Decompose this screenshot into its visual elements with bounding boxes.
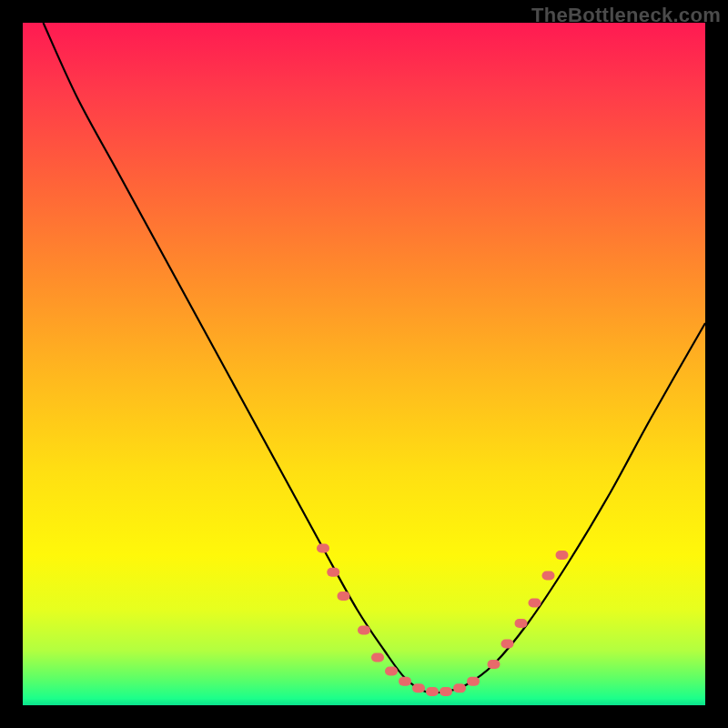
curve-marker	[501, 640, 514, 649]
curve-marker	[371, 653, 384, 662]
curve-marker	[488, 660, 500, 669]
plot-area	[23, 23, 705, 705]
chart-svg	[23, 23, 705, 705]
curve-marker	[556, 551, 569, 560]
curve-marker	[399, 677, 411, 686]
curve-marker	[453, 683, 466, 693]
curve-marker	[327, 568, 339, 577]
curve-marker	[338, 592, 350, 601]
curve-marker	[467, 677, 480, 686]
watermark-text: TheBottleneck.com	[531, 4, 721, 27]
curve-marker	[317, 544, 329, 553]
curve-marker	[529, 599, 541, 608]
curve-marker	[515, 619, 528, 628]
curve-marker	[412, 683, 425, 693]
curve-marker	[358, 626, 370, 635]
curve-marker	[440, 687, 452, 696]
curve-marker	[542, 571, 555, 581]
bottleneck-curve	[44, 23, 706, 693]
curve-marker	[426, 687, 439, 696]
curve-marker	[385, 667, 398, 676]
